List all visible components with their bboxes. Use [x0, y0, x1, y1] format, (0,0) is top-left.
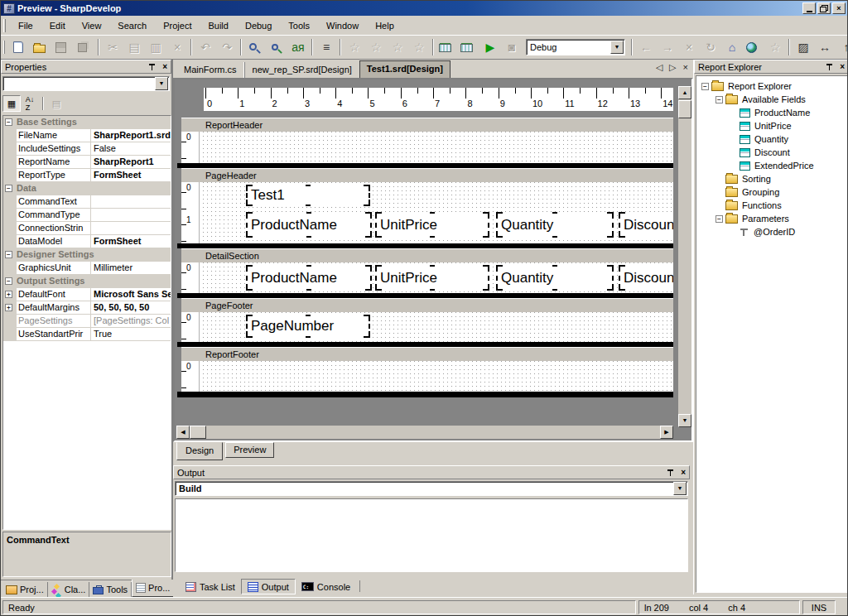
property-category-output-settings[interactable]: −Output Settings	[3, 275, 171, 288]
run-button[interactable]: ▶	[480, 38, 500, 56]
menu-help[interactable]: Help	[367, 17, 402, 34]
section-header-pagefooter[interactable]: PageFooter	[181, 298, 673, 312]
web-browser-button[interactable]	[744, 38, 764, 56]
collapse-icon[interactable]: −	[5, 118, 12, 126]
property-row-filename[interactable]: FileNameSharpReport1.srd	[3, 129, 171, 142]
menu-view[interactable]: View	[74, 17, 110, 34]
tree-item-report-explorer[interactable]: −Report Explorer	[696, 79, 847, 93]
section-header-detailsection[interactable]: DetailSection	[181, 248, 673, 262]
property-category-data[interactable]: −Data	[3, 182, 171, 195]
stop-button[interactable]: ◙	[502, 38, 522, 56]
close-tab-icon[interactable]: ×	[683, 62, 688, 73]
output-category-combobox[interactable]: Build ▼	[175, 481, 688, 496]
close-icon[interactable]: ×	[161, 63, 168, 71]
section-content-reportheader[interactable]	[200, 132, 673, 163]
toggle-bookmark-button[interactable]: ☆	[344, 38, 364, 56]
section-header-reportheader[interactable]: ReportHeader	[181, 118, 673, 132]
field-discount[interactable]: Discount	[619, 212, 673, 238]
menu-file[interactable]: File	[10, 17, 41, 34]
field-quantity[interactable]: Quantity	[496, 265, 614, 291]
scroll-down-icon[interactable]: ▼	[678, 414, 691, 427]
property-value[interactable]: FormSheet	[91, 169, 171, 182]
undo-button[interactable]: ↶	[195, 38, 215, 56]
comment-region-button[interactable]: ≡	[316, 38, 336, 56]
property-value[interactable]: FormSheet	[91, 235, 171, 248]
minimize-button[interactable]	[802, 2, 816, 14]
collapse-icon[interactable]: −	[701, 83, 709, 90]
search-button[interactable]	[245, 38, 265, 56]
toggle-width-button[interactable]: ↔	[815, 38, 835, 56]
menu-edit[interactable]: Edit	[41, 17, 74, 34]
property-row-reportname[interactable]: ReportNameSharpReport1	[3, 156, 171, 169]
section-separator[interactable]	[177, 392, 673, 397]
search-in-files-button[interactable]	[267, 38, 287, 56]
tab-console[interactable]: Console	[296, 579, 356, 594]
horizontal-scrollbar-thumb[interactable]	[190, 426, 206, 439]
tree-item-orderid[interactable]: @OrderID	[696, 225, 847, 238]
browser-refresh-button[interactable]: ↻	[701, 38, 720, 56]
tree-item-unitprice[interactable]: UnitPrice	[696, 119, 847, 132]
property-row-commandtext[interactable]: CommandText	[3, 195, 171, 209]
property-value[interactable]: True	[91, 328, 171, 341]
property-row-commandtype[interactable]: CommandType	[3, 209, 171, 222]
save-file-button[interactable]	[53, 38, 73, 56]
property-row-includesettings[interactable]: IncludeSettingsFalse	[3, 142, 171, 156]
paste-button[interactable]: ▥	[146, 38, 166, 56]
vertical-scrollbar-thumb[interactable]	[678, 100, 691, 118]
panel-tab-tools[interactable]: Tools	[89, 582, 132, 597]
horizontal-scrollbar[interactable]: ◀ ▶	[176, 426, 673, 439]
tab-design[interactable]: Design	[176, 442, 223, 460]
panel-tab-cla[interactable]: Cla...	[48, 582, 90, 597]
replace-button[interactable]: aя	[288, 38, 308, 56]
tree-item-parameters[interactable]: −Parameters	[696, 212, 847, 225]
tab-output[interactable]: Output	[241, 579, 296, 594]
property-row-graphicsunit[interactable]: GraphicsUnitMillimeter	[3, 262, 171, 275]
pin-icon[interactable]	[667, 469, 675, 477]
property-row-connectionstrin[interactable]: ConnectionStrin	[3, 222, 171, 235]
property-row-reporttype[interactable]: ReportTypeFormSheet	[3, 169, 171, 182]
field-test1[interactable]: Test1	[246, 185, 370, 206]
tree-item-functions[interactable]: Functions	[696, 199, 847, 212]
tree-item-available-fields[interactable]: −Available Fields	[696, 93, 847, 106]
menu-window[interactable]: Window	[318, 17, 367, 34]
scroll-right-icon[interactable]: ▶	[660, 426, 673, 439]
next-tab-icon[interactable]: ▷	[669, 62, 676, 73]
menu-debug[interactable]: Debug	[237, 17, 280, 34]
clear-bookmarks-button[interactable]: ☆	[409, 38, 429, 56]
browser-back-button[interactable]: ←	[636, 38, 656, 56]
tab-mainform-cs[interactable]: MainForm.cs	[176, 62, 244, 78]
property-pages-button[interactable]: ▤	[47, 95, 65, 112]
combo-dropdown-icon[interactable]: ▼	[673, 482, 687, 495]
browser-stop-button[interactable]: ×	[679, 38, 699, 56]
vertical-scrollbar[interactable]: ▲ ▼	[678, 86, 691, 427]
split-window-button[interactable]: ▨	[793, 38, 813, 56]
collapse-icon[interactable]: −	[716, 96, 723, 103]
property-value[interactable]: 50, 50, 50, 50	[91, 301, 171, 315]
open-file-button[interactable]	[31, 38, 51, 56]
field-unitprice[interactable]: UnitPrice	[375, 212, 489, 238]
delete-button[interactable]: ×	[167, 38, 187, 56]
prev-tab-icon[interactable]: ◁	[656, 62, 662, 73]
collapse-icon[interactable]: −	[716, 215, 723, 223]
property-category-base-settings[interactable]: −Base Settings	[3, 116, 171, 129]
alphabetical-button[interactable]: A↓Z	[21, 95, 39, 112]
tab-preview[interactable]: Preview	[225, 442, 274, 458]
cut-button[interactable]: ✂	[103, 38, 123, 56]
property-row-datamodel[interactable]: DataModelFormSheet	[3, 235, 171, 248]
combo-dropdown-icon[interactable]: ▼	[155, 77, 168, 90]
property-row-defaultmargins[interactable]: +DefaultMargins50, 50, 50, 50	[3, 301, 171, 315]
close-button[interactable]: ×	[832, 2, 846, 14]
copy-button[interactable]: ▤	[124, 38, 144, 56]
property-value[interactable]: [PageSettings: Col	[91, 315, 171, 328]
property-row-pagesettings[interactable]: PageSettings[PageSettings: Col	[3, 315, 171, 328]
property-value[interactable]	[91, 195, 171, 209]
collapse-icon[interactable]: −	[5, 185, 12, 192]
build-button[interactable]	[437, 38, 457, 56]
menu-project[interactable]: Project	[155, 17, 200, 34]
field-unitprice[interactable]: UnitPrice	[375, 265, 489, 291]
horizontal-scrollbar-track[interactable]	[206, 426, 660, 439]
move-up-button[interactable]: ↑	[836, 38, 848, 56]
tab-new-rep-sp[interactable]: new_rep_SP.srd[Design]	[244, 62, 359, 78]
combo-dropdown-icon[interactable]: ▼	[610, 41, 624, 54]
property-value[interactable]: Microsoft Sans Ser	[91, 288, 171, 301]
